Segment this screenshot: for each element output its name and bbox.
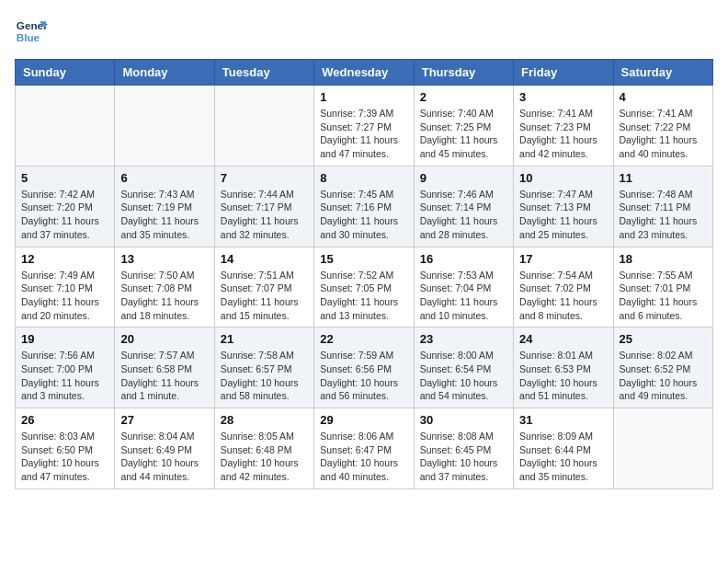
day-info: Sunrise: 7:40 AMSunset: 7:25 PMDaylight:… bbox=[420, 107, 507, 161]
day-number: 30 bbox=[420, 413, 507, 427]
calendar-cell: 12Sunrise: 7:49 AMSunset: 7:10 PMDayligh… bbox=[16, 247, 115, 327]
day-info: Sunrise: 7:47 AMSunset: 7:13 PMDaylight:… bbox=[519, 188, 607, 242]
day-number: 6 bbox=[120, 171, 208, 185]
weekday-header-friday: Friday bbox=[514, 60, 613, 86]
calendar-cell: 20Sunrise: 7:57 AMSunset: 6:58 PMDayligh… bbox=[115, 327, 214, 408]
weekday-header-tuesday: Tuesday bbox=[214, 60, 313, 86]
day-info: Sunrise: 7:50 AMSunset: 7:08 PMDaylight:… bbox=[120, 269, 208, 323]
day-number: 31 bbox=[519, 413, 607, 427]
weekday-header-saturday: Saturday bbox=[613, 60, 712, 86]
page-header: General Blue bbox=[15, 15, 713, 48]
calendar-cell: 23Sunrise: 8:00 AMSunset: 6:54 PMDayligh… bbox=[414, 327, 513, 408]
day-number: 7 bbox=[221, 171, 308, 185]
day-number: 21 bbox=[221, 332, 308, 346]
day-info: Sunrise: 7:48 AMSunset: 7:11 PMDaylight:… bbox=[620, 188, 707, 242]
calendar-cell: 24Sunrise: 8:01 AMSunset: 6:53 PMDayligh… bbox=[514, 327, 613, 408]
day-info: Sunrise: 8:05 AMSunset: 6:48 PMDaylight:… bbox=[221, 430, 308, 484]
week-row-5: 26Sunrise: 8:03 AMSunset: 6:50 PMDayligh… bbox=[16, 408, 713, 489]
calendar-cell: 10Sunrise: 7:47 AMSunset: 7:13 PMDayligh… bbox=[514, 166, 613, 247]
calendar-cell: 4Sunrise: 7:41 AMSunset: 7:22 PMDaylight… bbox=[613, 86, 712, 167]
day-info: Sunrise: 7:55 AMSunset: 7:01 PMDaylight:… bbox=[620, 269, 707, 323]
calendar-cell: 6Sunrise: 7:43 AMSunset: 7:19 PMDaylight… bbox=[115, 166, 214, 247]
day-number: 23 bbox=[420, 332, 507, 346]
day-info: Sunrise: 7:59 AMSunset: 6:56 PMDaylight:… bbox=[320, 349, 407, 403]
logo-icon: General Blue bbox=[15, 15, 48, 48]
calendar-cell: 13Sunrise: 7:50 AMSunset: 7:08 PMDayligh… bbox=[115, 247, 214, 327]
day-number: 28 bbox=[221, 413, 308, 427]
day-number: 9 bbox=[420, 171, 507, 185]
day-info: Sunrise: 8:01 AMSunset: 6:53 PMDaylight:… bbox=[519, 349, 607, 403]
weekday-header-monday: Monday bbox=[115, 60, 214, 86]
day-info: Sunrise: 7:58 AMSunset: 6:57 PMDaylight:… bbox=[221, 349, 308, 403]
day-info: Sunrise: 7:42 AMSunset: 7:20 PMDaylight:… bbox=[21, 188, 108, 242]
day-info: Sunrise: 7:44 AMSunset: 7:17 PMDaylight:… bbox=[221, 188, 308, 242]
calendar-cell: 5Sunrise: 7:42 AMSunset: 7:20 PMDaylight… bbox=[16, 166, 115, 247]
calendar-cell: 7Sunrise: 7:44 AMSunset: 7:17 PMDaylight… bbox=[214, 166, 313, 247]
day-number: 16 bbox=[420, 252, 507, 266]
day-info: Sunrise: 7:41 AMSunset: 7:23 PMDaylight:… bbox=[519, 107, 607, 161]
day-number: 14 bbox=[221, 252, 308, 266]
calendar-cell: 17Sunrise: 7:54 AMSunset: 7:02 PMDayligh… bbox=[514, 247, 613, 327]
calendar-cell: 27Sunrise: 8:04 AMSunset: 6:49 PMDayligh… bbox=[115, 408, 214, 489]
calendar-cell: 29Sunrise: 8:06 AMSunset: 6:47 PMDayligh… bbox=[314, 408, 414, 489]
svg-text:Blue: Blue bbox=[17, 31, 40, 43]
calendar-cell: 2Sunrise: 7:40 AMSunset: 7:25 PMDaylight… bbox=[414, 86, 513, 167]
week-row-2: 5Sunrise: 7:42 AMSunset: 7:20 PMDaylight… bbox=[16, 166, 713, 247]
day-number: 10 bbox=[519, 171, 607, 185]
weekday-header-thursday: Thursday bbox=[414, 60, 513, 86]
day-number: 3 bbox=[519, 90, 607, 104]
day-info: Sunrise: 8:00 AMSunset: 6:54 PMDaylight:… bbox=[420, 349, 507, 403]
day-info: Sunrise: 7:46 AMSunset: 7:14 PMDaylight:… bbox=[420, 188, 507, 242]
day-info: Sunrise: 7:49 AMSunset: 7:10 PMDaylight:… bbox=[21, 269, 108, 323]
day-info: Sunrise: 8:08 AMSunset: 6:45 PMDaylight:… bbox=[420, 430, 507, 484]
calendar-cell: 25Sunrise: 8:02 AMSunset: 6:52 PMDayligh… bbox=[613, 327, 712, 408]
day-info: Sunrise: 8:09 AMSunset: 6:44 PMDaylight:… bbox=[519, 430, 607, 484]
day-number: 1 bbox=[320, 90, 407, 104]
calendar-cell: 16Sunrise: 7:53 AMSunset: 7:04 PMDayligh… bbox=[414, 247, 513, 327]
day-number: 18 bbox=[620, 252, 707, 266]
calendar-cell: 26Sunrise: 8:03 AMSunset: 6:50 PMDayligh… bbox=[16, 408, 115, 489]
weekday-header-sunday: Sunday bbox=[16, 60, 115, 86]
calendar-cell: 18Sunrise: 7:55 AMSunset: 7:01 PMDayligh… bbox=[613, 247, 712, 327]
day-number: 20 bbox=[120, 332, 208, 346]
day-number: 4 bbox=[620, 90, 707, 104]
day-number: 26 bbox=[21, 413, 108, 427]
calendar-cell: 3Sunrise: 7:41 AMSunset: 7:23 PMDaylight… bbox=[514, 86, 613, 167]
weekday-header-row: SundayMondayTuesdayWednesdayThursdayFrid… bbox=[16, 60, 713, 86]
calendar-cell bbox=[214, 86, 313, 167]
calendar-cell bbox=[613, 408, 712, 489]
calendar-cell bbox=[16, 86, 115, 167]
day-info: Sunrise: 8:02 AMSunset: 6:52 PMDaylight:… bbox=[620, 349, 707, 403]
calendar-cell: 28Sunrise: 8:05 AMSunset: 6:48 PMDayligh… bbox=[214, 408, 313, 489]
week-row-4: 19Sunrise: 7:56 AMSunset: 7:00 PMDayligh… bbox=[16, 327, 713, 408]
day-number: 22 bbox=[320, 332, 407, 346]
day-number: 27 bbox=[120, 413, 208, 427]
calendar-cell: 31Sunrise: 8:09 AMSunset: 6:44 PMDayligh… bbox=[514, 408, 613, 489]
day-number: 29 bbox=[320, 413, 407, 427]
day-info: Sunrise: 7:43 AMSunset: 7:19 PMDaylight:… bbox=[120, 188, 208, 242]
day-number: 5 bbox=[21, 171, 108, 185]
day-info: Sunrise: 7:52 AMSunset: 7:05 PMDaylight:… bbox=[320, 269, 407, 323]
day-number: 17 bbox=[519, 252, 607, 266]
calendar-cell bbox=[115, 86, 214, 167]
calendar-cell: 9Sunrise: 7:46 AMSunset: 7:14 PMDaylight… bbox=[414, 166, 513, 247]
day-info: Sunrise: 7:51 AMSunset: 7:07 PMDaylight:… bbox=[221, 269, 308, 323]
day-number: 11 bbox=[620, 171, 707, 185]
day-number: 12 bbox=[21, 252, 108, 266]
calendar-cell: 19Sunrise: 7:56 AMSunset: 7:00 PMDayligh… bbox=[16, 327, 115, 408]
calendar-cell: 11Sunrise: 7:48 AMSunset: 7:11 PMDayligh… bbox=[613, 166, 712, 247]
calendar-cell: 30Sunrise: 8:08 AMSunset: 6:45 PMDayligh… bbox=[414, 408, 513, 489]
day-info: Sunrise: 7:56 AMSunset: 7:00 PMDaylight:… bbox=[21, 349, 108, 403]
day-number: 13 bbox=[120, 252, 208, 266]
day-number: 15 bbox=[320, 252, 407, 266]
calendar-cell: 8Sunrise: 7:45 AMSunset: 7:16 PMDaylight… bbox=[314, 166, 414, 247]
week-row-1: 1Sunrise: 7:39 AMSunset: 7:27 PMDaylight… bbox=[16, 86, 713, 167]
calendar-cell: 15Sunrise: 7:52 AMSunset: 7:05 PMDayligh… bbox=[314, 247, 414, 327]
day-info: Sunrise: 7:45 AMSunset: 7:16 PMDaylight:… bbox=[320, 188, 407, 242]
weekday-header-wednesday: Wednesday bbox=[314, 60, 414, 86]
calendar-cell: 21Sunrise: 7:58 AMSunset: 6:57 PMDayligh… bbox=[214, 327, 313, 408]
day-info: Sunrise: 7:57 AMSunset: 6:58 PMDaylight:… bbox=[120, 349, 208, 403]
calendar-cell: 1Sunrise: 7:39 AMSunset: 7:27 PMDaylight… bbox=[314, 86, 414, 167]
day-number: 8 bbox=[320, 171, 407, 185]
day-info: Sunrise: 7:54 AMSunset: 7:02 PMDaylight:… bbox=[519, 269, 607, 323]
